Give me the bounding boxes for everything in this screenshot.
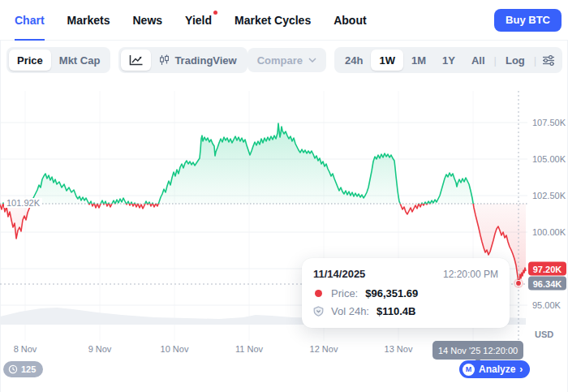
- chevron-down-icon: [308, 58, 316, 62]
- y-tick-label: 105.00K: [532, 154, 566, 164]
- candlestick-icon: [159, 54, 170, 66]
- x-tick-label: 12 Nov: [310, 344, 338, 354]
- nav-item-label: Chart: [15, 14, 45, 27]
- tooltip-volume-row: Vol 24h: $110.4B: [313, 305, 498, 317]
- x-tick-label: 11 Nov: [235, 344, 263, 354]
- chart-type-toggle-group: TradingView: [118, 47, 247, 73]
- top-nav: Chart Markets News Yield Market Cycles A…: [0, 0, 568, 41]
- analyze-button[interactable]: M Analyze ›: [459, 360, 530, 378]
- nav-item-label: News: [132, 14, 162, 27]
- compare-label: Compare: [257, 54, 303, 67]
- cursor-date-badge: 14 Nov '25 12:20:00: [432, 341, 523, 360]
- nav-item-label: Yield: [185, 14, 212, 27]
- x-tick-label: 9 Nov: [88, 344, 112, 354]
- nav-item-label: Markets: [67, 14, 110, 27]
- analyze-label: Analyze: [479, 364, 515, 375]
- tradingview-toggle[interactable]: TradingView: [151, 50, 244, 71]
- sliders-icon: [542, 55, 555, 66]
- nav-item-market-cycles[interactable]: Market Cycles: [235, 0, 311, 41]
- y-tick-label: 107.50K: [532, 118, 566, 127]
- x-tick-label: 8 Nov: [14, 344, 37, 354]
- nav-item-label: Market Cycles: [235, 14, 311, 27]
- nav-item-yield[interactable]: Yield: [185, 0, 212, 41]
- nav-item-about[interactable]: About: [333, 0, 366, 41]
- chart-settings-button[interactable]: [537, 50, 560, 71]
- history-count-pill[interactable]: 125: [3, 361, 43, 377]
- range-1w-button[interactable]: 1W: [371, 50, 403, 71]
- range-toggle-group: 24h 1W 1M 1Y All | Log |: [334, 47, 562, 73]
- chevron-right-icon: ›: [519, 364, 523, 375]
- tooltip-time: 12:20:00 PM: [443, 269, 498, 280]
- range-all-button[interactable]: All: [463, 50, 493, 71]
- nav-item-chart[interactable]: Chart: [15, 0, 45, 41]
- price-toggle[interactable]: Price: [9, 50, 51, 71]
- log-scale-button[interactable]: Log: [497, 50, 533, 71]
- tooltip-price-value: $96,351.69: [365, 287, 418, 299]
- tooltip-volume-label: Vol 24h:: [331, 305, 369, 317]
- buy-btc-button[interactable]: Buy BTC: [494, 9, 562, 32]
- metric-toggle-group: Price Mkt Cap: [6, 47, 110, 73]
- chart-toolbar: Price Mkt Cap: [6, 47, 562, 73]
- tooltip-price-row: Price: $96,351.69: [313, 287, 498, 299]
- tooltip-price-label: Price:: [331, 287, 358, 299]
- line-chart-icon: [129, 54, 143, 66]
- nav-item-news[interactable]: News: [132, 0, 162, 41]
- price-series-dot-icon: [313, 290, 324, 297]
- line-chart-toggle[interactable]: [121, 50, 151, 71]
- tooltip-date: 11/14/2025: [313, 268, 365, 280]
- chart-tooltip: 11/14/2025 12:20:00 PM Price: $96,351.69…: [302, 258, 510, 328]
- currency-label: USD: [535, 330, 553, 339]
- volume-shield-icon: [313, 306, 324, 317]
- clock-history-icon: [8, 364, 18, 374]
- tooltip-volume-value: $110.4B: [377, 305, 415, 317]
- y-tick-label: 100.00K: [532, 227, 566, 237]
- tooltip-header: 11/14/2025 12:20:00 PM: [313, 268, 498, 280]
- range-24h-button[interactable]: 24h: [337, 50, 371, 71]
- y-tick-label: 95.00K: [532, 300, 561, 310]
- history-count: 125: [21, 364, 36, 374]
- nav-item-label: About: [333, 14, 366, 27]
- range-1m-button[interactable]: 1M: [403, 50, 434, 71]
- analyze-logo-icon: M: [463, 364, 475, 376]
- x-tick-label: 13 Nov: [385, 344, 413, 354]
- x-tick-label: 10 Nov: [161, 344, 189, 354]
- cursor-price-badge: 96.34K: [528, 277, 566, 291]
- app-window: Chart Markets News Yield Market Cycles A…: [0, 0, 568, 392]
- compare-dropdown[interactable]: Compare: [247, 48, 326, 72]
- mktcap-toggle[interactable]: Mkt Cap: [51, 50, 109, 71]
- y-tick-label: 102.50K: [532, 191, 566, 200]
- range-1y-button[interactable]: 1Y: [434, 50, 463, 71]
- tradingview-label: TradingView: [174, 54, 236, 67]
- notification-dot-icon: [213, 11, 217, 15]
- reference-price-label: 101.92K: [4, 198, 42, 208]
- nav-item-markets[interactable]: Markets: [67, 0, 110, 41]
- live-price-badge: 97.20K: [528, 262, 566, 276]
